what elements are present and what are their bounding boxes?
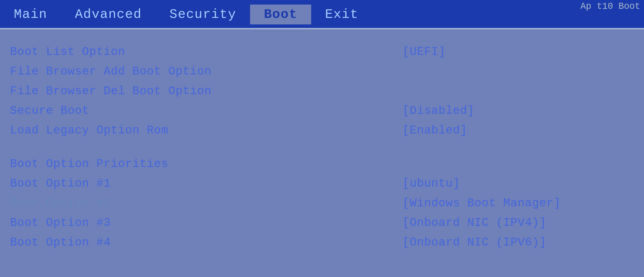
value-spacer1 bbox=[403, 62, 629, 81]
menu-item-advanced[interactable]: Advanced bbox=[61, 5, 156, 24]
row-secure-boot[interactable]: Secure Boot bbox=[10, 101, 403, 121]
row-boot-option-3[interactable]: Boot Option #3 bbox=[10, 213, 403, 233]
corner-text: Ap t10 Boot bbox=[577, 0, 644, 13]
value-boot-opt1: [ubuntu] bbox=[403, 174, 629, 193]
label-boot-option-2: Boot Option #2 bbox=[10, 197, 111, 210]
value-priorities-spacer bbox=[403, 154, 629, 174]
value-boot-opt3: [Onboard NIC (IPV4)] bbox=[403, 213, 629, 233]
label-boot-option-1: Boot Option #1 bbox=[10, 177, 111, 190]
value-load-legacy: [Enabled] bbox=[403, 121, 629, 140]
row-file-browser-add[interactable]: File Browser Add Boot Option bbox=[10, 62, 403, 81]
label-boot-option-3: Boot Option #3 bbox=[10, 216, 111, 229]
menu-bar: Main Advanced Security Boot Exit bbox=[0, 0, 644, 29]
label-boot-list-option: Boot List Option bbox=[10, 45, 125, 58]
section-gap bbox=[10, 140, 403, 154]
menu-item-boot[interactable]: Boot bbox=[250, 5, 311, 24]
value-secure-boot: [Disabled] bbox=[403, 101, 629, 121]
menu-divider bbox=[0, 29, 644, 29]
right-panel: [UEFI] [Disabled] [Enabled] [ubuntu] [Wi… bbox=[403, 42, 629, 252]
menu-item-security[interactable]: Security bbox=[155, 5, 250, 24]
row-file-browser-del[interactable]: File Browser Del Boot Option bbox=[10, 81, 403, 101]
row-boot-option-2[interactable]: Boot Option #2 bbox=[10, 193, 403, 213]
menu-item-exit[interactable]: Exit bbox=[311, 5, 372, 24]
row-boot-option-1[interactable]: Boot Option #1 bbox=[10, 174, 403, 193]
label-boot-option-4: Boot Option #4 bbox=[10, 236, 111, 249]
label-file-browser-add: File Browser Add Boot Option bbox=[10, 65, 212, 78]
value-spacer2 bbox=[403, 81, 629, 101]
value-boot-list: [UEFI] bbox=[403, 42, 629, 62]
content-area: Boot List Option File Browser Add Boot O… bbox=[0, 32, 644, 262]
label-load-legacy: Load Legacy Option Rom bbox=[10, 124, 168, 137]
value-boot-opt4: [Onboard NIC (IPV6)] bbox=[403, 233, 629, 252]
row-boot-list-option[interactable]: Boot List Option bbox=[10, 42, 403, 62]
value-gap bbox=[403, 140, 629, 154]
row-boot-option-4[interactable]: Boot Option #4 bbox=[10, 233, 403, 252]
bios-screen: Ap t10 Boot Main Advanced Security Boot … bbox=[0, 0, 644, 277]
menu-item-main[interactable]: Main bbox=[0, 5, 61, 24]
value-boot-opt2: [Windows Boot Manager] bbox=[403, 193, 629, 213]
section-header-boot-priorities: Boot Option Priorities bbox=[10, 154, 403, 174]
left-panel: Boot List Option File Browser Add Boot O… bbox=[10, 42, 403, 252]
label-secure-boot: Secure Boot bbox=[10, 104, 89, 117]
row-load-legacy[interactable]: Load Legacy Option Rom bbox=[10, 121, 403, 140]
label-file-browser-del: File Browser Del Boot Option bbox=[10, 85, 212, 98]
